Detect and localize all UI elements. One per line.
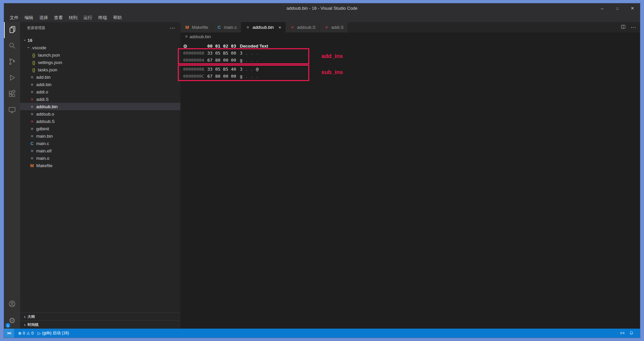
- outline-section[interactable]: › 大纲: [20, 313, 180, 321]
- tree-item-addi-o[interactable]: ≡ addi.o: [20, 88, 180, 95]
- activity-search-button[interactable]: [4, 38, 20, 54]
- tree-item-addi-s[interactable]: ≡ addi.S: [20, 95, 180, 103]
- settings-gear-button[interactable]: ⚙ 1: [4, 313, 20, 329]
- decoded-char: 3: [240, 67, 245, 72]
- tab-addi-s[interactable]: ≡ addi.S: [320, 22, 348, 32]
- tree-item-makefile[interactable]: M Makefile: [20, 162, 180, 169]
- tree-item-root-16[interactable]: › 16: [20, 37, 180, 44]
- tab-bar: M Makefile C main.c ≡ addsub.bin × ≡ add…: [180, 22, 640, 32]
- activity-run-debug-button[interactable]: [4, 70, 20, 86]
- tree-item-settings-json[interactable]: {} settings.json: [20, 59, 180, 66]
- files-icon: [8, 25, 16, 35]
- decoded-char: .: [251, 74, 256, 79]
- tab-addsub-s[interactable]: ≡ addsub.S: [286, 22, 320, 32]
- vscode-window: addsub.bin - 16 - Visual Studio Code – □…: [4, 3, 640, 338]
- editor-more-icon[interactable]: ⋯: [631, 24, 636, 30]
- editor-group: M Makefile C main.c ≡ addsub.bin × ≡ add…: [180, 22, 640, 329]
- decoded-char: .: [256, 74, 261, 79]
- hex-row[interactable]: 00000000 33 05 B5 00 3 . . .: [183, 50, 640, 57]
- activity-explorer-button[interactable]: [4, 22, 20, 38]
- window-controls: – □ ×: [595, 3, 640, 13]
- chevron-right-icon: ›: [22, 315, 28, 319]
- tree-item-main-c[interactable]: C main.c: [20, 140, 180, 147]
- hex-settings-gear-icon[interactable]: ⚙: [183, 44, 207, 49]
- tree-item-label: settings.json: [38, 60, 62, 65]
- tree-item-label: addi.S: [36, 97, 49, 102]
- activity-bar-spacer: [4, 119, 20, 296]
- source-control-icon: [8, 58, 16, 67]
- decoded-char: .: [256, 58, 261, 63]
- tree-item-gdbinit[interactable]: ≡ gdbinit: [20, 125, 180, 132]
- tree-item-label: main.c: [36, 141, 49, 146]
- warning-icon: ⚠: [26, 331, 30, 336]
- tab-main-c[interactable]: C main.c: [212, 22, 241, 32]
- tree-item-label: main.bin: [36, 134, 53, 139]
- file-icon: ≡: [29, 75, 35, 80]
- tree-item-main-bin[interactable]: ≡ main.bin: [20, 132, 180, 140]
- close-button[interactable]: ×: [625, 3, 640, 13]
- menu-terminal[interactable]: 终端: [95, 13, 110, 22]
- run-debug-icon: [8, 74, 16, 83]
- minimize-button[interactable]: –: [595, 3, 610, 13]
- menu-run[interactable]: 运行: [80, 13, 95, 22]
- hex-bytes: 33 05 B5 00: [207, 51, 240, 56]
- sidebar-sections: › 大纲 › 时间线: [20, 313, 180, 329]
- tree-item-label: .vscode: [31, 45, 46, 50]
- remote-indicator[interactable]: ><: [4, 329, 14, 338]
- tree-item-main-o[interactable]: ≡ main.o: [20, 154, 180, 162]
- decoded-char: g: [240, 74, 245, 79]
- maximize-button[interactable]: □: [610, 3, 625, 13]
- tree-item-vscode-folder[interactable]: › .vscode: [20, 44, 180, 51]
- menu-help[interactable]: 帮助: [110, 13, 125, 22]
- menu-go[interactable]: 转到: [66, 13, 80, 22]
- decoded-char: .: [245, 67, 251, 72]
- hex-header-row: ⚙ 00 01 02 03 Decoded Text: [183, 43, 640, 50]
- error-icon: ⊗: [18, 331, 21, 336]
- tab-close-icon[interactable]: ×: [278, 25, 281, 30]
- sidebar-more-icon[interactable]: ⋯: [170, 25, 175, 31]
- activity-extensions-button[interactable]: [4, 86, 20, 103]
- workbench: ⚙ 1 资源管理器 ⋯ › 16 › .vscode {}: [4, 22, 640, 329]
- tree-item-label: gdbinit: [36, 126, 49, 131]
- bell-icon[interactable]: [627, 329, 636, 338]
- asm-file-icon: ≡: [29, 119, 35, 124]
- tree-item-addsub-o[interactable]: ≡ addsub.o: [20, 110, 180, 118]
- decoded-char: .: [245, 58, 251, 63]
- hex-row[interactable]: 00000008 33 05 B5 40 3 . . @: [183, 66, 640, 73]
- tree-item-tasks-json[interactable]: {} tasks.json: [20, 66, 180, 73]
- tree-item-addi-bin[interactable]: ≡ addi.bin: [20, 81, 180, 88]
- menu-view[interactable]: 查看: [51, 13, 66, 22]
- split-editor-icon[interactable]: [621, 24, 626, 31]
- account-icon: [8, 300, 16, 309]
- debug-launch-label: (gdb) 启动 (16): [42, 330, 69, 336]
- hex-row[interactable]: 0000000C 67 80 00 00 g . . .: [183, 73, 640, 80]
- tree-item-add-bin[interactable]: ≡ add.bin: [20, 73, 180, 81]
- timeline-section[interactable]: › 时间线: [20, 321, 180, 329]
- hex-row[interactable]: 00000004 67 80 00 00 g . . .: [183, 57, 640, 64]
- broadcast-icon[interactable]: [618, 329, 627, 338]
- tree-item-main-elf[interactable]: ≡ main.elf: [20, 147, 180, 154]
- breadcrumb-file[interactable]: addsub.bin: [190, 34, 211, 39]
- activity-remote-explorer-button[interactable]: [4, 103, 20, 119]
- tab-makefile[interactable]: M Makefile: [180, 22, 212, 32]
- remote-explorer-icon: [8, 106, 16, 115]
- asm-file-icon: ≡: [324, 25, 329, 30]
- chevron-down-icon: ›: [22, 38, 27, 43]
- menu-edit[interactable]: 编辑: [21, 13, 36, 22]
- tree-item-launch-json[interactable]: {} launch.json: [20, 51, 180, 59]
- menu-file[interactable]: 文件: [7, 13, 21, 22]
- error-count: 0: [23, 331, 25, 336]
- tree-item-addsub-s[interactable]: ≡ addsub.S: [20, 118, 180, 125]
- decoded-char: .: [251, 58, 256, 63]
- tab-addsub-bin[interactable]: ≡ addsub.bin ×: [241, 22, 286, 32]
- hex-address: 00000008: [183, 67, 207, 72]
- tree-item-label: addsub.S: [36, 119, 55, 124]
- menu-selection[interactable]: 选择: [36, 13, 51, 22]
- tree-item-addsub-bin[interactable]: ≡ addsub.bin: [20, 103, 180, 110]
- account-button[interactable]: [4, 296, 20, 313]
- problems-indicator[interactable]: ⊗ 0 ⚠ 0: [16, 329, 36, 338]
- activity-source-control-button[interactable]: [4, 54, 20, 70]
- file-icon: ≡: [29, 126, 35, 131]
- debug-launch-indicator[interactable]: ▷ (gdb) 启动 (16): [36, 329, 71, 338]
- hex-bytes: 33 05 B5 40: [207, 67, 240, 72]
